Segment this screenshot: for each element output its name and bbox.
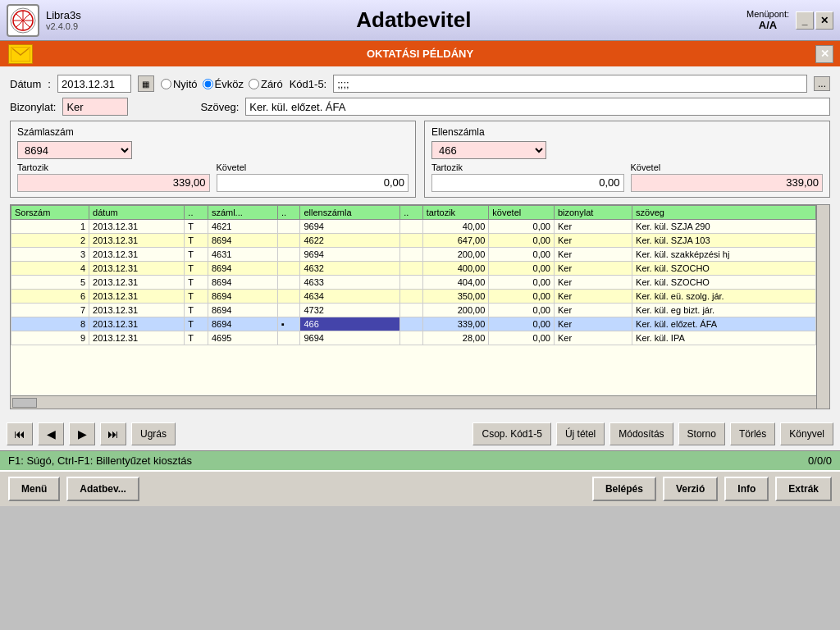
csop-kod-button[interactable]: Csop. Kód1-5 [472, 422, 550, 445]
banner-text: OKTATÁSI PÉLDÁNY [367, 48, 473, 60]
tartozik-value: 339,00 [17, 174, 210, 192]
prev-button[interactable]: ◀ [38, 422, 64, 445]
table-row[interactable]: 72013.12.31T86944732200,000,00KerKer. kü… [11, 304, 816, 317]
storno-button[interactable]: Storno [678, 422, 725, 445]
kovetel-label: Követel [217, 162, 409, 172]
ellen-tartozik-col: Tartozik 0,00 [431, 162, 624, 192]
ellen-kovetel-label: Követel [631, 162, 824, 172]
table-cell: 2013.12.31 [89, 290, 185, 304]
table-cell: 9694 [300, 331, 400, 345]
ugras-button[interactable]: Ugrás [131, 422, 176, 445]
radio-evkoz[interactable] [203, 79, 213, 89]
table-cell: Ker. kül. előzet. ÁFA [632, 317, 816, 331]
horizontal-scrollbar[interactable] [11, 395, 816, 409]
table-cell: 400,00 [422, 262, 489, 276]
minimize-button[interactable]: _ [796, 11, 814, 30]
konyvel-button[interactable]: Könyvel [780, 422, 833, 445]
col-dot2: .. [278, 206, 300, 220]
banner-close-button[interactable]: ✕ [815, 45, 833, 63]
datum-label: Dátum [10, 78, 41, 90]
table-row[interactable]: 62013.12.31T86944634350,000,00KerKer. kü… [11, 290, 816, 304]
table-cell: Ker [554, 248, 632, 262]
table-cell [400, 220, 422, 234]
radio-zaro[interactable] [249, 79, 259, 89]
torles-button[interactable]: Törlés [730, 422, 775, 445]
table-cell: Ker [554, 331, 632, 345]
vertical-scrollbar[interactable] [816, 205, 829, 409]
datum-row: Dátum : ▦ Nyitó Évköz Záró Kód1-5: ... [10, 75, 830, 93]
ellen-tartozik-value: 0,00 [431, 174, 624, 192]
first-button[interactable]: ⏮ [7, 422, 33, 445]
table-cell: 6 [11, 290, 89, 304]
table-cell: 8694 [208, 234, 277, 248]
table-cell: 9694 [300, 220, 400, 234]
table-cell [400, 248, 422, 262]
verzio-button[interactable]: Verzió [663, 477, 718, 501]
table-row[interactable]: 82013.12.31T8694▪466339,000,00KerKer. kü… [11, 317, 816, 331]
table-cell: 8694 [208, 262, 277, 276]
menu-button[interactable]: Menü [8, 477, 60, 501]
table-cell: 4631 [208, 248, 277, 262]
extrak-button[interactable]: Extrák [775, 477, 832, 501]
table-cell [278, 276, 300, 290]
radio-nyito-label[interactable]: Nyitó [161, 78, 198, 90]
table-cell: 0,00 [489, 234, 555, 248]
table-cell: 8694 [208, 317, 277, 331]
radio-evkoz-label[interactable]: Évköz [203, 78, 244, 90]
table-row[interactable]: 32013.12.31T46319694200,000,00KerKer. kü… [11, 248, 816, 262]
table-cell: Ker [554, 304, 632, 317]
table-cell: 3 [11, 248, 89, 262]
kod-input[interactable] [333, 75, 807, 93]
table-cell: 4695 [208, 331, 277, 345]
col-dot1: .. [185, 206, 208, 220]
calendar-button[interactable]: ▦ [138, 75, 154, 92]
banner: OKTATÁSI PÉLDÁNY ✕ [0, 41, 840, 66]
szoveg-label: Szöveg: [200, 101, 239, 113]
tartozik-label: Tartozik [17, 162, 210, 172]
table-cell: 0,00 [489, 290, 555, 304]
datum-input[interactable] [57, 75, 131, 93]
table-cell: 2013.12.31 [89, 220, 185, 234]
table-cell: T [185, 276, 208, 290]
scroll-thumb[interactable] [12, 398, 37, 408]
kod-dots-button[interactable]: ... [814, 76, 830, 91]
table-cell [400, 276, 422, 290]
last-button[interactable]: ⏭ [100, 422, 126, 445]
table-cell: 4621 [208, 220, 277, 234]
radio-nyito[interactable] [161, 79, 171, 89]
szoveg-input[interactable] [245, 98, 830, 116]
table-row[interactable]: 22013.12.31T86944622647,000,00KerKer. kü… [11, 234, 816, 248]
uj-tetel-button[interactable]: Új tétel [556, 422, 605, 445]
ellenszamla-select[interactable]: 466 [431, 141, 546, 159]
bizonylat-input[interactable] [62, 98, 128, 116]
menupoint-area: Menüpont: A/A [746, 9, 789, 31]
table-cell [278, 331, 300, 345]
table-row[interactable]: 52013.12.31T86944633404,000,00KerKer. kü… [11, 276, 816, 290]
col-tartozik: tartozik [422, 206, 489, 220]
table-row[interactable]: 92013.12.31T4695969428,000,00KerKer. kül… [11, 331, 816, 345]
radio-zaro-label[interactable]: Záró [249, 78, 283, 90]
table-cell [400, 304, 422, 317]
table-cell: 8 [11, 317, 89, 331]
info-button[interactable]: Info [724, 477, 769, 501]
table-cell [278, 248, 300, 262]
table-row[interactable]: 42013.12.31T86944632400,000,00KerKer. kü… [11, 262, 816, 276]
modositas-button[interactable]: Módosítás [609, 422, 673, 445]
table-cell: 0,00 [489, 220, 555, 234]
table-row[interactable]: 12013.12.31T4621969440,000,00KerKer. kül… [11, 220, 816, 234]
close-button[interactable]: ✕ [815, 11, 833, 30]
table-cell: 28,00 [422, 331, 489, 345]
table-cell: 647,00 [422, 234, 489, 248]
table-cell: 0,00 [489, 262, 555, 276]
table-cell: Ker. kül. szakképzési hj [632, 248, 816, 262]
next-button[interactable]: ▶ [69, 422, 95, 445]
table-cell: 4732 [300, 304, 400, 317]
table-cell: Ker [554, 317, 632, 331]
szamlaszam-select[interactable]: 8694 [17, 141, 132, 159]
szamlaszam-box: Számlaszám 8694 Tartozik 339,00 Követel … [10, 121, 416, 198]
adatbev-button[interactable]: Adatbev... [66, 477, 139, 501]
ellenszamla-box: Ellenszámla 466 Tartozik 0,00 Követel 33… [424, 121, 830, 198]
belepes-button[interactable]: Belépés [592, 477, 656, 501]
table-cell: 7 [11, 304, 89, 317]
col-bizonylat: bizonylat [554, 206, 632, 220]
